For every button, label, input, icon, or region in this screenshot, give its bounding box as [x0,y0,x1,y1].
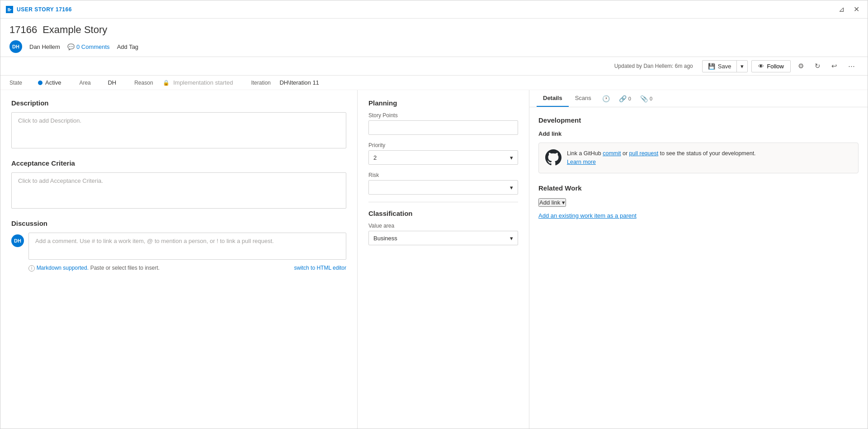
links-count: 0 [628,96,631,101]
github-description: Link a GitHub commit or pull request to … [567,149,756,167]
discussion-area: DH Add a comment. Use # to link a work i… [11,233,346,273]
title-bar-left: USER STORY 17166 [6,6,836,13]
title-bar: USER STORY 17166 ⊿ ✕ [0,0,868,19]
state-value[interactable]: Active [38,79,61,86]
story-points-field: Story Points [368,112,518,135]
description-header: Description [11,99,346,107]
priority-value: 2 [373,154,377,161]
work-item-icon [6,6,13,13]
development-add-link[interactable]: Add link [538,130,561,137]
comment-icon: 💬 [67,43,75,50]
story-points-input[interactable] [368,120,518,135]
switch-to-html-link[interactable]: switch to HTML editor [294,265,346,271]
markdown-info: i Markdown supported. Paste or select fi… [28,264,160,272]
acceptance-criteria-placeholder: Click to add Acceptance Criteria. [18,177,103,184]
save-label: Save [718,63,731,70]
scans-tab-label: Scans [575,95,591,101]
middle-panel: Planning Story Points Priority 2 ▾ Risk [358,90,529,429]
acceptance-criteria-header: Acceptance Criteria [11,159,346,167]
related-work-add: Add link ▾ [538,198,859,207]
spacer [538,173,859,184]
divider [368,202,518,202]
discussion-header: Discussion [11,219,346,227]
priority-label: Priority [368,142,518,148]
state-text: Active [45,79,61,86]
github-commit-link[interactable]: commit [603,150,621,157]
save-icon: 💾 [708,63,715,70]
related-work-section: Related Work Add link ▾ Add an existing … [538,184,859,219]
svg-rect-2 [8,9,11,10]
tab-scans[interactable]: Scans [569,90,598,107]
github-pr-link[interactable]: pull request [629,150,659,157]
value-area-value: Business [373,235,397,242]
lock-icon: 🔒 [163,80,170,86]
value-area-chevron-icon: ▾ [510,235,513,242]
github-text-after: to see the status of your development. [658,150,755,157]
follow-button[interactable]: 👁 Follow [751,60,791,72]
history-tab-button[interactable]: 🕐 [598,91,614,106]
priority-field: Priority 2 ▾ [368,142,518,165]
comment-box: Add a comment. Use # to link a work item… [28,233,346,273]
more-button[interactable]: ⋯ [844,60,859,72]
related-work-add-link-button[interactable]: Add link ▾ [538,198,566,207]
area-value[interactable]: DH [108,79,116,86]
iteration-value[interactable]: DH\Iteration 11 [279,79,319,86]
comment-placeholder: Add a comment. Use # to link a work item… [35,238,274,244]
description-section: Description Click to add Description. [11,99,346,148]
learn-more-link[interactable]: Learn more [567,159,596,165]
work-item-title[interactable]: Example Story [42,24,107,36]
iteration-field: Iteration DH\Iteration 11 [251,79,319,86]
discussion-section: Discussion DH Add a comment. Use # to li… [11,219,346,273]
main-content: Description Click to add Description. Ac… [0,90,868,429]
tabs: Details Scans 🕐 🔗 0 📎 0 [529,90,868,107]
left-panel: Description Click to add Description. Ac… [0,90,358,429]
author-avatar: DH [9,40,22,53]
classification-header: Classification [368,210,518,217]
acceptance-criteria-input[interactable]: Click to add Acceptance Criteria. [11,172,346,209]
description-input[interactable]: Click to add Description. [11,112,346,148]
discussion-footer: i Markdown supported. Paste or select fi… [28,262,346,273]
add-tag-button[interactable]: Add Tag [117,43,138,50]
svg-rect-1 [8,8,10,9]
undo-button[interactable]: ↩ [828,60,841,72]
paste-text: Paste or select files to insert. [90,265,160,271]
attachments-tab-button[interactable]: 📎 0 [636,91,657,106]
add-parent-link[interactable]: Add an existing work item as a parent [538,212,859,219]
work-item-window: USER STORY 17166 ⊿ ✕ 17166 Example Story… [0,0,868,429]
history-icon: 🕐 [602,95,610,102]
comment-input[interactable]: Add a comment. Use # to link a work item… [28,233,346,260]
value-area-label: Value area [368,223,518,229]
work-item-meta: DH Dan Hellem 💬 0 Comments Add Tag [9,40,859,53]
state-field: State Active [9,79,61,86]
description-placeholder: Click to add Description. [18,117,81,124]
work-item-id: 17166 [9,24,37,36]
value-area-select[interactable]: Business ▾ [368,231,518,245]
classification-section: Classification Value area Business ▾ [368,210,518,245]
right-panel-content: Development Add link Link a GitHub commi… [529,107,868,228]
comments-link[interactable]: 💬 0 Comments [67,43,110,50]
minimize-button[interactable]: ⊿ [836,4,847,14]
markdown-link[interactable]: Markdown supported. [37,265,89,271]
reason-label: Reason [134,80,159,86]
links-tab-button[interactable]: 🔗 0 [614,91,636,106]
author-name: Dan Hellem [29,43,60,50]
attachments-count: 0 [650,96,652,101]
add-link-chevron-icon: ▾ [562,199,565,206]
save-button[interactable]: 💾 Save ▾ [702,60,748,72]
priority-select[interactable]: 2 ▾ [368,150,518,165]
save-dropdown[interactable]: ▾ [737,61,747,72]
save-main[interactable]: 💾 Save [703,61,737,72]
state-bar: State Active Area DH Reason 🔒 Implementa… [0,76,868,90]
comment-avatar: DH [11,234,24,247]
toolbar: Updated by Dan Hellem: 6m ago 💾 Save ▾ 👁… [0,57,868,76]
settings-button[interactable]: ⚙ [794,60,807,72]
related-work-header: Related Work [538,184,859,192]
close-button[interactable]: ✕ [851,4,862,14]
window-controls: ⊿ ✕ [836,4,862,14]
refresh-button[interactable]: ↻ [811,60,824,72]
tab-details[interactable]: Details [537,90,569,107]
risk-select[interactable]: ▾ [368,180,518,195]
story-points-label: Story Points [368,112,518,119]
state-dot [38,81,42,85]
reason-value[interactable]: Implementation started [173,79,233,86]
